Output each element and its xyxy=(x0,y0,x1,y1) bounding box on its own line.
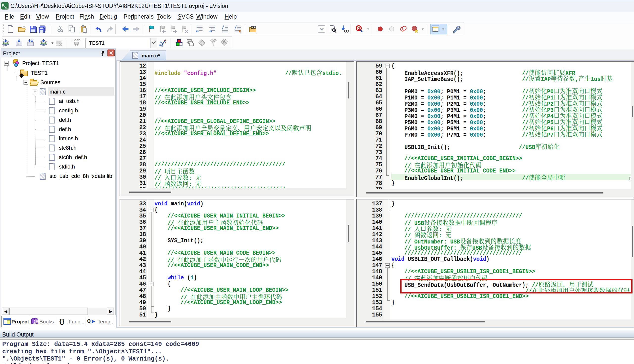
svg-text:5: 5 xyxy=(6,6,8,10)
svg-text:LOAD: LOAD xyxy=(73,39,80,42)
svg-text:d: d xyxy=(357,26,360,30)
svg-text:?: ? xyxy=(35,320,37,324)
